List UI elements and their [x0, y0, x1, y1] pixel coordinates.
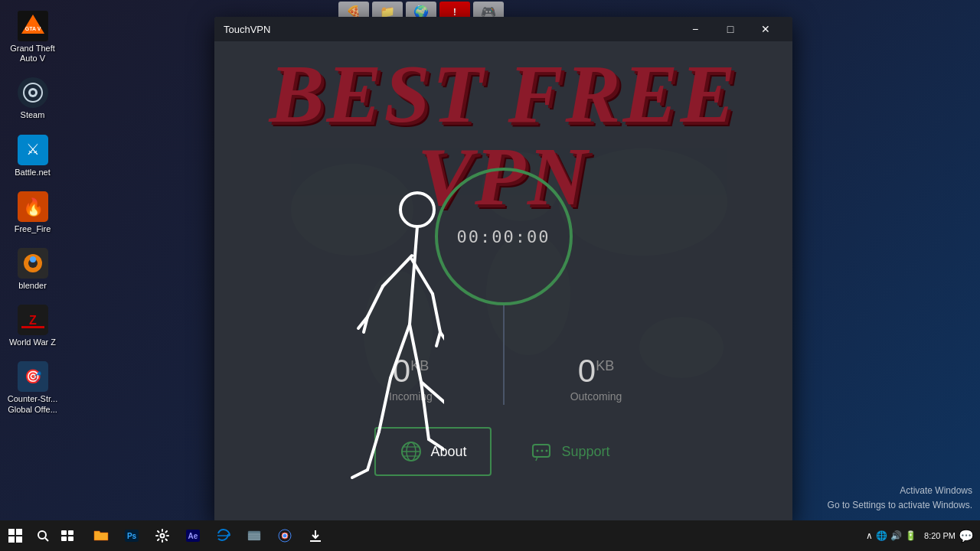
taskbar-settings[interactable]	[147, 520, 178, 551]
svg-text:⚔: ⚔	[26, 141, 40, 158]
timer-section: 00:00:00	[435, 168, 573, 367]
svg-rect-61	[61, 530, 67, 535]
svg-point-34	[545, 450, 547, 452]
window-controls: − □ ✕	[678, 17, 783, 41]
taskbar: Ps Ae	[0, 520, 980, 551]
wwz-label: World War Z	[9, 337, 56, 347]
incoming-stat: 0KB Incoming	[335, 355, 488, 403]
about-label: About	[430, 444, 466, 460]
blender-label: blender	[18, 281, 47, 291]
vpn-content: Best Free VPN 00:00:00 0KB Incoming	[214, 41, 792, 522]
vpn-titlebar: TouchVPN − □ ✕	[214, 17, 792, 41]
desktop-icon-blender[interactable]: blender	[4, 245, 61, 294]
svg-point-76	[283, 534, 287, 538]
desktop-icon-battlenet[interactable]: ⚔ Battle.net	[4, 132, 61, 181]
gta-label: Grand Theft Auto V	[7, 44, 58, 64]
desktop-icon-csgo[interactable]: 🎯 Counter-Str... Global Offe...	[4, 358, 61, 417]
taskbar-ae[interactable]: Ae	[178, 520, 208, 551]
minimize-button[interactable]: −	[678, 17, 713, 41]
svg-rect-56	[16, 529, 22, 535]
csgo-icon-img: 🎯	[18, 361, 48, 392]
taskbar-explorer[interactable]	[86, 520, 116, 551]
globe-icon	[398, 439, 423, 464]
svg-point-14	[30, 256, 36, 262]
taskbar-edge[interactable]	[208, 520, 239, 551]
tray-arrow[interactable]: ∧	[866, 530, 873, 541]
start-button[interactable]	[0, 520, 31, 551]
svg-point-59	[38, 531, 46, 539]
about-button[interactable]: About	[374, 427, 491, 476]
system-tray: ∧ 🌐 🔊 🔋	[861, 530, 921, 541]
svg-rect-57	[8, 536, 15, 543]
svg-point-33	[541, 450, 543, 452]
taskbar-search-button[interactable]	[31, 520, 55, 551]
svg-point-6	[31, 90, 35, 95]
taskbar-chrome[interactable]	[270, 520, 300, 551]
activate-sub: Go to Settings to activate Windows.	[828, 498, 972, 513]
timer-circle: 00:00:00	[435, 168, 573, 305]
svg-text:🎯: 🎯	[24, 368, 42, 385]
task-view-button[interactable]	[55, 520, 80, 551]
close-button[interactable]: ✕	[748, 17, 783, 41]
svg-point-20	[291, 164, 413, 256]
steam-icon-img	[18, 77, 48, 108]
buttons-section: About Support	[374, 427, 632, 476]
svg-rect-58	[16, 536, 22, 543]
blender-icon-img	[18, 248, 48, 279]
incoming-label: Incoming	[389, 390, 433, 403]
tray-network[interactable]: 🌐	[876, 530, 887, 541]
incoming-value: 0KB	[393, 355, 429, 387]
svg-text:Ps: Ps	[127, 532, 137, 540]
outcoming-stat: 0KB Outcoming	[520, 355, 673, 403]
notification-icon[interactable]: 💬	[959, 529, 974, 543]
battlenet-icon-img: ⚔	[18, 135, 48, 165]
svg-text:Z: Z	[29, 314, 37, 327]
svg-rect-17	[21, 326, 44, 328]
svg-line-60	[45, 538, 48, 541]
desktop-icon-gta[interactable]: GTA V Grand Theft Auto V	[4, 8, 61, 67]
timer-display: 00:00:00	[457, 227, 550, 246]
taskbar-right: ∧ 🌐 🔊 🔋 8:20 PM 💬	[861, 520, 980, 551]
desktop-icon-freefire[interactable]: 🔥 Free_Fire	[4, 188, 61, 237]
svg-text:🔥: 🔥	[22, 197, 44, 217]
desktop-icons-container: GTA V Grand Theft Auto V Steam	[0, 0, 65, 425]
tray-battery: 🔋	[905, 530, 916, 541]
desktop: 🍕 📁 🌍 ! 🎮 GTA V Grand Theft Auto V	[0, 0, 980, 551]
support-button[interactable]: Support	[507, 429, 633, 474]
desktop-icon-steam[interactable]: Steam	[4, 74, 61, 123]
freefire-icon-img: 🔥	[18, 191, 48, 222]
stats-divider	[503, 359, 505, 405]
activate-text: Activate Windows	[828, 484, 972, 498]
support-icon	[530, 439, 554, 464]
outcoming-label: Outcoming	[570, 390, 622, 403]
steam-label: Steam	[21, 110, 45, 120]
tray-sound[interactable]: 🔊	[890, 530, 902, 541]
svg-rect-71	[248, 533, 260, 540]
vpn-title: TouchVPN	[224, 24, 678, 35]
taskbar-photoshop[interactable]: Ps	[116, 520, 147, 551]
svg-rect-55	[8, 529, 15, 535]
freefire-label: Free_Fire	[15, 224, 51, 234]
csgo-label: Counter-Str... Global Offe...	[7, 394, 58, 414]
vpn-window: TouchVPN − □ ✕	[214, 17, 792, 522]
taskbar-clock[interactable]: 8:20 PM	[924, 530, 956, 541]
stats-section: 0KB Incoming 0KB Outcoming	[312, 355, 695, 405]
outcoming-value: 0KB	[578, 355, 614, 387]
wwz-icon-img: Z	[18, 305, 48, 335]
taskbar-files[interactable]	[239, 520, 270, 551]
desktop-icon-wwz[interactable]: Z World War Z	[4, 302, 61, 350]
svg-point-67	[161, 534, 165, 538]
taskbar-download[interactable]	[300, 520, 331, 551]
svg-rect-63	[61, 536, 67, 541]
svg-text:Ae: Ae	[188, 532, 198, 540]
support-label: Support	[562, 444, 610, 460]
activate-watermark: Activate Windows Go to Settings to activ…	[828, 484, 972, 513]
svg-point-32	[536, 450, 538, 452]
svg-rect-64	[68, 536, 74, 541]
svg-text:GTA V: GTA V	[24, 26, 41, 31]
svg-point-24	[559, 148, 727, 256]
maximize-button[interactable]: □	[713, 17, 748, 41]
clock-time: 8:20 PM	[924, 530, 956, 541]
gta-icon-img: GTA V	[18, 11, 48, 41]
taskbar-mid-icons: Ps Ae	[86, 520, 331, 551]
